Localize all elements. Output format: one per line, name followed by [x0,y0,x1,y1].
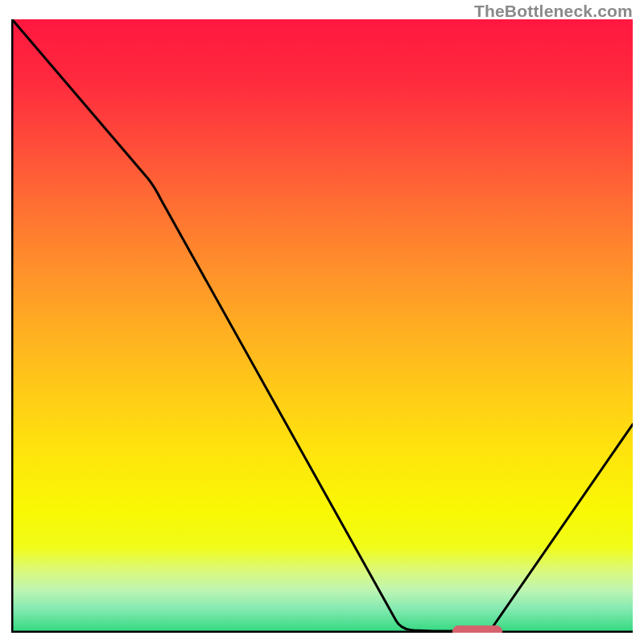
bottleneck-curve [12,19,633,631]
optimal-range-marker [452,625,502,633]
axes [12,19,633,632]
curve-layer [11,19,633,633]
chart-frame: TheBottleneck.com [0,0,644,644]
watermark-text: TheBottleneck.com [474,2,633,21]
plot-area [11,19,633,633]
